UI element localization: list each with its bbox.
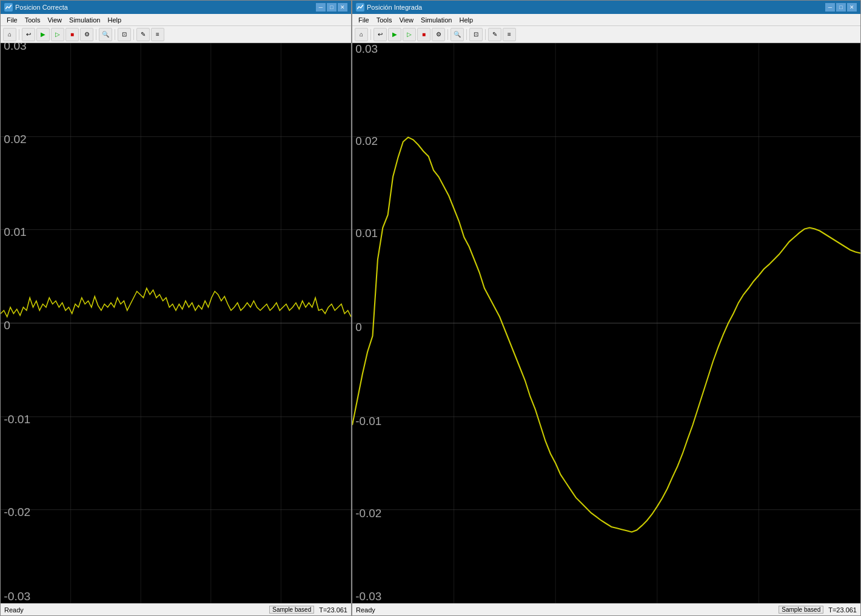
left-menu-file[interactable]: File <box>3 16 21 24</box>
right-title-bar: Posición Integrada ─ □ ✕ <box>352 1 860 14</box>
svg-text:0.03: 0.03 <box>4 43 26 52</box>
left-toolbar: ⌂ ↩ ▶ ▷ ■ ⚙ 🔍 ⊡ ✎ ≡ <box>1 26 351 43</box>
right-tb-fit[interactable]: ⊡ <box>469 28 483 41</box>
svg-text:-0.02: -0.02 <box>4 506 30 518</box>
left-window: Posicion Correcta ─ □ ✕ File Tools View … <box>0 0 352 616</box>
left-title-bar: Posicion Correcta ─ □ ✕ <box>1 1 351 14</box>
right-time-label: T=23.061 <box>828 606 857 614</box>
right-status-bar: Ready Sample based T=23.061 <box>352 603 860 615</box>
right-tb-play[interactable]: ▶ <box>388 28 401 41</box>
right-tb-props[interactable]: ≡ <box>503 28 516 41</box>
svg-text:0.02: 0.02 <box>355 135 378 147</box>
right-window-icon <box>356 3 364 12</box>
left-window-title: Posicion Correcta <box>15 4 68 11</box>
right-window-title: Posición Integrada <box>367 4 422 11</box>
left-tb-sep1 <box>19 29 19 40</box>
left-tb-gear[interactable]: ⚙ <box>80 28 93 41</box>
left-window-icon <box>4 3 13 12</box>
right-maximize-btn[interactable]: □ <box>836 3 846 12</box>
left-status-text: Ready <box>4 606 24 614</box>
left-menu-help[interactable]: Help <box>104 16 125 24</box>
left-maximize-btn[interactable]: □ <box>327 3 337 12</box>
left-status-bar: Ready Sample based T=23.061 <box>1 603 351 615</box>
left-tb-zoom-in[interactable]: 🔍 <box>99 28 112 41</box>
right-sample-badge: Sample based <box>779 606 823 614</box>
right-plot-area[interactable]: 0.03 0.02 0.01 0 -0.01 -0.02 -0.03 <box>352 43 860 603</box>
right-tb-gear[interactable]: ⚙ <box>432 28 445 41</box>
right-menu-file[interactable]: File <box>355 16 373 24</box>
right-tb-cursor[interactable]: ✎ <box>488 28 501 41</box>
right-window: Posición Integrada ─ □ ✕ File Tools View… <box>352 0 861 616</box>
svg-text:-0.01: -0.01 <box>4 413 30 426</box>
right-minimize-btn[interactable]: ─ <box>825 3 835 12</box>
svg-text:0.02: 0.02 <box>4 133 26 146</box>
left-time-label: T=23.061 <box>319 606 347 614</box>
left-tb-props[interactable]: ≡ <box>151 28 164 41</box>
left-menu-simulation[interactable]: Simulation <box>65 16 104 24</box>
left-close-btn[interactable]: ✕ <box>338 3 347 12</box>
left-tb-undo[interactable]: ↩ <box>22 28 35 41</box>
left-sample-badge: Sample based <box>269 606 314 614</box>
left-plot-svg: 0.03 0.02 0.01 0 -0.01 -0.02 -0.03 <box>1 43 351 603</box>
svg-text:-0.02: -0.02 <box>355 507 381 520</box>
right-menu-tools[interactable]: Tools <box>373 16 396 24</box>
left-tb-home[interactable]: ⌂ <box>3 28 16 41</box>
right-tb-sep3 <box>466 29 467 40</box>
left-tb-sep4 <box>133 29 134 40</box>
left-minimize-btn[interactable]: ─ <box>316 3 326 12</box>
svg-text:-0.03: -0.03 <box>355 590 381 603</box>
right-tb-sep4 <box>485 29 486 40</box>
right-tb-home[interactable]: ⌂ <box>355 28 368 41</box>
right-menu-help[interactable]: Help <box>455 16 477 24</box>
left-tb-cursor[interactable]: ✎ <box>136 28 150 41</box>
right-tb-zoom-in[interactable]: 🔍 <box>451 28 464 41</box>
left-window-controls: ─ □ ✕ <box>316 3 347 12</box>
right-toolbar: ⌂ ↩ ▶ ▷ ■ ⚙ 🔍 ⊡ ✎ ≡ <box>352 26 860 43</box>
right-tb-play2[interactable]: ▷ <box>403 28 416 41</box>
left-tb-play[interactable]: ▶ <box>36 28 50 41</box>
svg-text:0.01: 0.01 <box>355 227 378 239</box>
right-window-controls: ─ □ ✕ <box>825 3 857 12</box>
left-menu-tools[interactable]: Tools <box>21 16 44 24</box>
right-plot-svg: 0.03 0.02 0.01 0 -0.01 -0.02 -0.03 <box>352 43 860 603</box>
left-menu-view[interactable]: View <box>44 16 65 24</box>
svg-text:0: 0 <box>4 320 10 332</box>
svg-text:0.03: 0.03 <box>355 43 378 55</box>
right-menu-simulation[interactable]: Simulation <box>417 16 455 24</box>
svg-text:-0.03: -0.03 <box>4 590 30 603</box>
right-tb-sep2 <box>447 29 448 40</box>
left-tb-sep3 <box>115 29 115 40</box>
right-menu-bar: File Tools View Simulation Help <box>352 14 860 26</box>
svg-text:0: 0 <box>355 321 361 333</box>
right-tb-stop[interactable]: ■ <box>417 28 430 41</box>
svg-text:0.01: 0.01 <box>4 226 26 238</box>
right-tb-sep1 <box>370 29 371 40</box>
left-tb-sep2 <box>96 29 96 40</box>
left-status-right: Sample based T=23.061 <box>269 606 347 614</box>
right-status-right: Sample based T=23.061 <box>779 606 857 614</box>
svg-text:-0.01: -0.01 <box>355 415 381 427</box>
left-menu-bar: File Tools View Simulation Help <box>1 14 351 26</box>
left-tb-fit[interactable]: ⊡ <box>118 28 131 41</box>
left-plot-area[interactable]: 0.03 0.02 0.01 0 -0.01 -0.02 -0.03 <box>1 43 351 603</box>
left-tb-stop[interactable]: ■ <box>65 28 79 41</box>
right-tb-undo[interactable]: ↩ <box>374 28 387 41</box>
right-close-btn[interactable]: ✕ <box>847 3 857 12</box>
right-status-text: Ready <box>356 606 375 614</box>
right-menu-view[interactable]: View <box>395 16 417 24</box>
left-tb-play2[interactable]: ▷ <box>51 28 64 41</box>
